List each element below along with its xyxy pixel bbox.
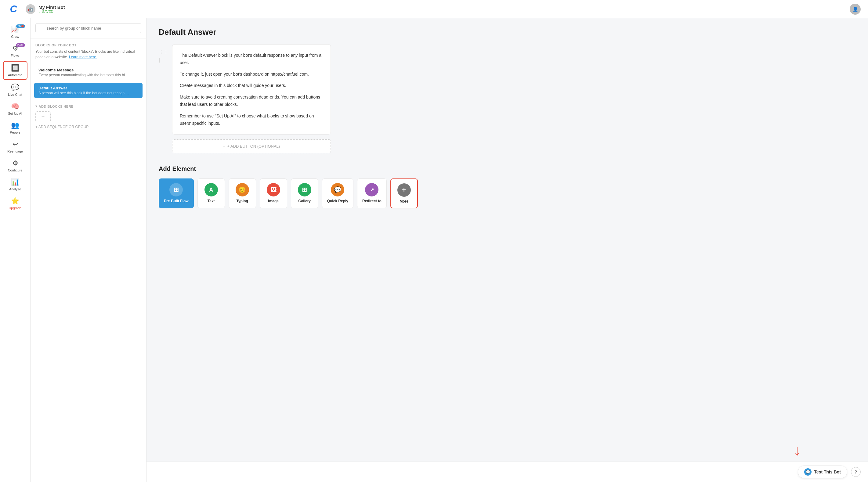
upgrade-icon: ⭐ <box>11 197 19 205</box>
block-title-default: Default Answer <box>38 86 138 90</box>
main-layout: New 📈 Grow Beta ⚙ Flows 🔲 Automate 💬 Liv… <box>0 18 868 482</box>
search-container: 🔍 <box>35 23 141 33</box>
automate-icon: 🔲 <box>11 64 19 72</box>
block-item-welcome[interactable]: Welcome Message Every person communicati… <box>34 65 143 80</box>
drag-handles: ⋮⋮ | <box>159 44 168 153</box>
blocks-section-title: BLOCKS OF YOUR BOT <box>31 38 146 49</box>
chatbot-icon: 💬 <box>804 468 811 476</box>
bot-info: 🤖 My First Bot ✓ SAVED <box>26 4 65 14</box>
learn-more-link[interactable]: Learn more here. <box>69 55 97 59</box>
element-btn-text[interactable]: A Text <box>197 179 225 208</box>
beta-badge: Beta <box>16 43 25 47</box>
header: C 🤖 My First Bot ✓ SAVED 👤 <box>0 0 868 18</box>
test-bot-button[interactable]: 💬 Test This Bot <box>798 465 847 478</box>
sidebar-item-set-up-ai[interactable]: 🧠 Set Up AI <box>3 100 28 118</box>
sidebar-label-configure: Configure <box>8 168 23 172</box>
message-para-1: The Default Answer block is your bot's d… <box>180 52 323 66</box>
sidebar-label-flows: Flows <box>11 54 20 57</box>
element-buttons: ⊞ Pre-Built Flow A Text 😊 Typing 🖼 Image <box>159 179 856 208</box>
live-chat-icon: 💬 <box>11 84 19 92</box>
sidebar-item-grow[interactable]: New 📈 Grow <box>3 23 28 41</box>
sidebar-label-automate: Automate <box>8 73 22 77</box>
search-input[interactable] <box>35 23 141 33</box>
sidebar-label-upgrade: Upgrade <box>8 206 21 210</box>
sidebar-item-configure[interactable]: ⚙ Configure <box>3 157 28 174</box>
sidebar-label-live-chat: Live Chat <box>8 93 22 96</box>
sidebar-item-upgrade[interactable]: ⭐ Upgrade <box>3 195 28 212</box>
logo-letter: C <box>10 3 17 14</box>
message-block: The Default Answer block is your bot's d… <box>172 44 331 134</box>
check-icon: ✓ <box>38 10 41 14</box>
main-content: Default Answer ⋮⋮ | The Default Answer b… <box>147 18 868 482</box>
bot-avatar: 🤖 <box>26 4 35 14</box>
test-bot-label: Test This Bot <box>814 470 841 474</box>
element-btn-image[interactable]: 🖼 Image <box>260 179 287 208</box>
image-icon: 🖼 <box>267 183 280 196</box>
message-para-5: Remember to use "Set Up AI" to choose wh… <box>180 113 323 127</box>
bot-name-wrap: My First Bot ✓ SAVED <box>38 5 65 14</box>
sidebar-item-automate[interactable]: 🔲 Automate <box>3 61 28 80</box>
sidebar-item-reengage[interactable]: ↩ Reengage <box>3 138 28 156</box>
typing-icon: 😊 <box>236 183 249 196</box>
drag-handle-line[interactable]: | <box>159 57 168 63</box>
block-desc-default: A person will see this block if the bot … <box>38 91 130 95</box>
element-btn-typing[interactable]: 😊 Typing <box>228 179 256 208</box>
gallery-icon: ⊞ <box>298 183 311 196</box>
element-label-gallery: Gallery <box>298 199 311 203</box>
sidebar-label-set-up-ai: Set Up AI <box>8 111 22 115</box>
help-button[interactable]: ? <box>851 467 861 477</box>
notification-dot <box>21 25 24 28</box>
plus-icon: + <box>223 144 225 149</box>
add-sequence-button[interactable]: + ADD SEQUENCE OR GROUP <box>35 122 141 131</box>
sidebar-item-live-chat[interactable]: 💬 Live Chat <box>3 81 28 99</box>
element-btn-gallery[interactable]: ⊞ Gallery <box>291 179 318 208</box>
reengage-icon: ↩ <box>12 140 18 148</box>
block-item-default[interactable]: Default Answer A person will see this bl… <box>34 83 143 98</box>
message-para-4: Make sure to avoid creating conversation… <box>180 94 323 108</box>
element-btn-more[interactable]: + More <box>390 179 418 208</box>
message-block-wrap: The Default Answer block is your bot's d… <box>172 44 331 153</box>
block-title-welcome: Welcome Message <box>38 68 138 72</box>
element-label-redirect: Redirect to <box>362 199 381 203</box>
drag-handle-dots[interactable]: ⋮⋮ <box>159 49 168 55</box>
quick-reply-icon: 💬 <box>331 183 344 196</box>
sidebar-label-people: People <box>10 131 20 134</box>
element-label-quick-reply: Quick Reply <box>327 199 348 203</box>
add-block-button[interactable]: + <box>35 111 51 122</box>
app-logo: C <box>7 3 20 15</box>
block-editor: ⋮⋮ | The Default Answer block is your bo… <box>159 44 856 153</box>
sidebar-label-analyze: Analyze <box>9 187 21 191</box>
sidebar-item-people[interactable]: 👥 People <box>3 119 28 137</box>
sidebar-label-grow: Grow <box>11 35 19 38</box>
blocks-section-desc: Your bot consists of content 'blocks'. B… <box>31 49 146 63</box>
sidebar-item-analyze[interactable]: 📊 Analyze <box>3 176 28 193</box>
sidebar-item-flows[interactable]: Beta ⚙ Flows <box>3 42 28 60</box>
element-btn-pre-built[interactable]: ⊞ Pre-Built Flow <box>159 179 194 208</box>
search-wrap: 🔍 <box>31 18 146 38</box>
sidebar-label-reengage: Reengage <box>7 150 23 153</box>
configure-icon: ⚙ <box>12 159 18 167</box>
message-para-2: To change it, just open your bot's dashb… <box>180 71 323 78</box>
chevron-down-icon: ▾ <box>35 104 37 108</box>
element-label-typing: Typing <box>236 199 248 203</box>
user-avatar[interactable]: 👤 <box>850 4 861 14</box>
analyze-icon: 📊 <box>11 178 19 186</box>
page-title: Default Answer <box>159 28 856 37</box>
set-up-ai-icon: 🧠 <box>11 102 19 110</box>
add-element-section: Add Element ⊞ Pre-Built Flow A Text 😊 Ty… <box>159 165 856 208</box>
add-blocks-section: ▾ ADD BLOCKS HERE + + ADD SEQUENCE OR GR… <box>31 99 146 136</box>
add-blocks-label: ▾ ADD BLOCKS HERE <box>35 104 141 108</box>
add-element-title: Add Element <box>159 165 856 172</box>
people-icon: 👥 <box>11 121 19 129</box>
pre-built-icon: ⊞ <box>169 183 183 196</box>
text-icon: A <box>205 183 218 196</box>
element-label-image: Image <box>268 199 279 203</box>
add-button-label: + ADD BUTTON (OPTIONAL) <box>227 144 280 149</box>
element-btn-quick-reply[interactable]: 💬 Quick Reply <box>322 179 353 208</box>
element-btn-redirect[interactable]: ↗ Redirect to <box>357 179 387 208</box>
more-icon: + <box>397 183 411 197</box>
add-button-optional[interactable]: + + ADD BUTTON (OPTIONAL) <box>172 139 331 153</box>
bottom-bar: 💬 Test This Bot ? <box>147 461 868 482</box>
block-desc-welcome: Every person communicating with the bot … <box>38 73 130 77</box>
element-label-pre-built: Pre-Built Flow <box>164 199 189 203</box>
